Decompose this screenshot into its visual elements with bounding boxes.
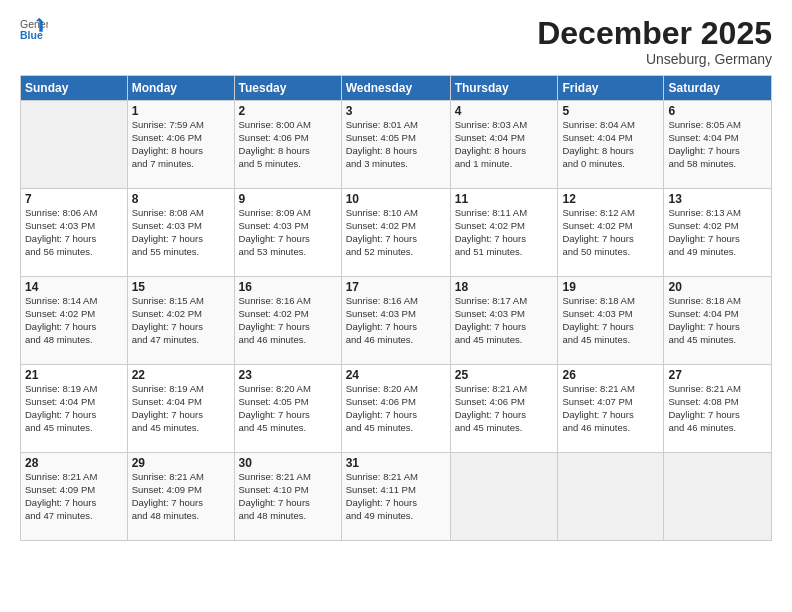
day-number: 6 bbox=[668, 104, 767, 118]
calendar-cell: 30Sunrise: 8:21 AMSunset: 4:10 PMDayligh… bbox=[234, 453, 341, 541]
day-number: 7 bbox=[25, 192, 123, 206]
day-number: 13 bbox=[668, 192, 767, 206]
day-number: 25 bbox=[455, 368, 554, 382]
day-number: 4 bbox=[455, 104, 554, 118]
day-info: Sunrise: 8:18 AMSunset: 4:03 PMDaylight:… bbox=[562, 295, 659, 346]
calendar-cell: 2Sunrise: 8:00 AMSunset: 4:06 PMDaylight… bbox=[234, 101, 341, 189]
calendar-cell: 17Sunrise: 8:16 AMSunset: 4:03 PMDayligh… bbox=[341, 277, 450, 365]
calendar-cell bbox=[450, 453, 558, 541]
day-number: 14 bbox=[25, 280, 123, 294]
day-info: Sunrise: 8:20 AMSunset: 4:05 PMDaylight:… bbox=[239, 383, 337, 434]
day-number: 1 bbox=[132, 104, 230, 118]
calendar: Sunday Monday Tuesday Wednesday Thursday… bbox=[20, 75, 772, 541]
calendar-cell: 15Sunrise: 8:15 AMSunset: 4:02 PMDayligh… bbox=[127, 277, 234, 365]
day-info: Sunrise: 8:16 AMSunset: 4:03 PMDaylight:… bbox=[346, 295, 446, 346]
calendar-cell: 20Sunrise: 8:18 AMSunset: 4:04 PMDayligh… bbox=[664, 277, 772, 365]
calendar-cell: 12Sunrise: 8:12 AMSunset: 4:02 PMDayligh… bbox=[558, 189, 664, 277]
day-number: 9 bbox=[239, 192, 337, 206]
day-number: 18 bbox=[455, 280, 554, 294]
day-info: Sunrise: 8:03 AMSunset: 4:04 PMDaylight:… bbox=[455, 119, 554, 170]
day-number: 15 bbox=[132, 280, 230, 294]
calendar-cell bbox=[664, 453, 772, 541]
day-info: Sunrise: 8:04 AMSunset: 4:04 PMDaylight:… bbox=[562, 119, 659, 170]
day-number: 28 bbox=[25, 456, 123, 470]
month-title: December 2025 bbox=[537, 16, 772, 51]
calendar-cell: 3Sunrise: 8:01 AMSunset: 4:05 PMDaylight… bbox=[341, 101, 450, 189]
day-info: Sunrise: 8:19 AMSunset: 4:04 PMDaylight:… bbox=[132, 383, 230, 434]
day-info: Sunrise: 8:08 AMSunset: 4:03 PMDaylight:… bbox=[132, 207, 230, 258]
calendar-cell: 10Sunrise: 8:10 AMSunset: 4:02 PMDayligh… bbox=[341, 189, 450, 277]
calendar-cell: 26Sunrise: 8:21 AMSunset: 4:07 PMDayligh… bbox=[558, 365, 664, 453]
day-info: Sunrise: 8:18 AMSunset: 4:04 PMDaylight:… bbox=[668, 295, 767, 346]
calendar-cell: 7Sunrise: 8:06 AMSunset: 4:03 PMDaylight… bbox=[21, 189, 128, 277]
subtitle: Unseburg, Germany bbox=[537, 51, 772, 67]
day-number: 21 bbox=[25, 368, 123, 382]
day-info: Sunrise: 8:06 AMSunset: 4:03 PMDaylight:… bbox=[25, 207, 123, 258]
title-area: December 2025 Unseburg, Germany bbox=[537, 16, 772, 67]
col-thursday: Thursday bbox=[450, 76, 558, 101]
calendar-week-4: 21Sunrise: 8:19 AMSunset: 4:04 PMDayligh… bbox=[21, 365, 772, 453]
header: General Blue December 2025 Unseburg, Ger… bbox=[20, 16, 772, 67]
day-info: Sunrise: 8:21 AMSunset: 4:10 PMDaylight:… bbox=[239, 471, 337, 522]
calendar-cell: 28Sunrise: 8:21 AMSunset: 4:09 PMDayligh… bbox=[21, 453, 128, 541]
day-info: Sunrise: 8:17 AMSunset: 4:03 PMDaylight:… bbox=[455, 295, 554, 346]
calendar-cell bbox=[21, 101, 128, 189]
day-number: 30 bbox=[239, 456, 337, 470]
day-info: Sunrise: 8:16 AMSunset: 4:02 PMDaylight:… bbox=[239, 295, 337, 346]
day-number: 22 bbox=[132, 368, 230, 382]
calendar-cell: 24Sunrise: 8:20 AMSunset: 4:06 PMDayligh… bbox=[341, 365, 450, 453]
col-sunday: Sunday bbox=[21, 76, 128, 101]
day-info: Sunrise: 8:12 AMSunset: 4:02 PMDaylight:… bbox=[562, 207, 659, 258]
day-number: 3 bbox=[346, 104, 446, 118]
calendar-cell: 21Sunrise: 8:19 AMSunset: 4:04 PMDayligh… bbox=[21, 365, 128, 453]
col-friday: Friday bbox=[558, 76, 664, 101]
calendar-cell: 13Sunrise: 8:13 AMSunset: 4:02 PMDayligh… bbox=[664, 189, 772, 277]
day-number: 24 bbox=[346, 368, 446, 382]
calendar-week-5: 28Sunrise: 8:21 AMSunset: 4:09 PMDayligh… bbox=[21, 453, 772, 541]
day-info: Sunrise: 8:14 AMSunset: 4:02 PMDaylight:… bbox=[25, 295, 123, 346]
calendar-cell: 1Sunrise: 7:59 AMSunset: 4:06 PMDaylight… bbox=[127, 101, 234, 189]
calendar-cell: 18Sunrise: 8:17 AMSunset: 4:03 PMDayligh… bbox=[450, 277, 558, 365]
calendar-cell: 8Sunrise: 8:08 AMSunset: 4:03 PMDaylight… bbox=[127, 189, 234, 277]
day-number: 11 bbox=[455, 192, 554, 206]
logo-icon: General Blue bbox=[20, 16, 48, 44]
logo: General Blue bbox=[20, 16, 48, 44]
day-number: 17 bbox=[346, 280, 446, 294]
day-number: 2 bbox=[239, 104, 337, 118]
calendar-week-3: 14Sunrise: 8:14 AMSunset: 4:02 PMDayligh… bbox=[21, 277, 772, 365]
calendar-cell: 6Sunrise: 8:05 AMSunset: 4:04 PMDaylight… bbox=[664, 101, 772, 189]
calendar-header-row: Sunday Monday Tuesday Wednesday Thursday… bbox=[21, 76, 772, 101]
day-info: Sunrise: 8:21 AMSunset: 4:11 PMDaylight:… bbox=[346, 471, 446, 522]
calendar-week-2: 7Sunrise: 8:06 AMSunset: 4:03 PMDaylight… bbox=[21, 189, 772, 277]
calendar-cell: 29Sunrise: 8:21 AMSunset: 4:09 PMDayligh… bbox=[127, 453, 234, 541]
day-info: Sunrise: 8:21 AMSunset: 4:09 PMDaylight:… bbox=[132, 471, 230, 522]
calendar-cell: 5Sunrise: 8:04 AMSunset: 4:04 PMDaylight… bbox=[558, 101, 664, 189]
calendar-week-1: 1Sunrise: 7:59 AMSunset: 4:06 PMDaylight… bbox=[21, 101, 772, 189]
calendar-cell: 16Sunrise: 8:16 AMSunset: 4:02 PMDayligh… bbox=[234, 277, 341, 365]
day-number: 8 bbox=[132, 192, 230, 206]
page: General Blue December 2025 Unseburg, Ger… bbox=[0, 0, 792, 612]
calendar-cell: 19Sunrise: 8:18 AMSunset: 4:03 PMDayligh… bbox=[558, 277, 664, 365]
day-info: Sunrise: 8:11 AMSunset: 4:02 PMDaylight:… bbox=[455, 207, 554, 258]
day-info: Sunrise: 8:20 AMSunset: 4:06 PMDaylight:… bbox=[346, 383, 446, 434]
day-info: Sunrise: 8:09 AMSunset: 4:03 PMDaylight:… bbox=[239, 207, 337, 258]
day-info: Sunrise: 8:05 AMSunset: 4:04 PMDaylight:… bbox=[668, 119, 767, 170]
day-info: Sunrise: 8:01 AMSunset: 4:05 PMDaylight:… bbox=[346, 119, 446, 170]
day-info: Sunrise: 8:21 AMSunset: 4:09 PMDaylight:… bbox=[25, 471, 123, 522]
day-number: 26 bbox=[562, 368, 659, 382]
day-number: 20 bbox=[668, 280, 767, 294]
day-number: 12 bbox=[562, 192, 659, 206]
col-monday: Monday bbox=[127, 76, 234, 101]
day-number: 10 bbox=[346, 192, 446, 206]
col-saturday: Saturday bbox=[664, 76, 772, 101]
day-number: 23 bbox=[239, 368, 337, 382]
calendar-cell: 31Sunrise: 8:21 AMSunset: 4:11 PMDayligh… bbox=[341, 453, 450, 541]
day-info: Sunrise: 8:21 AMSunset: 4:07 PMDaylight:… bbox=[562, 383, 659, 434]
col-wednesday: Wednesday bbox=[341, 76, 450, 101]
day-number: 31 bbox=[346, 456, 446, 470]
day-info: Sunrise: 8:00 AMSunset: 4:06 PMDaylight:… bbox=[239, 119, 337, 170]
calendar-cell: 23Sunrise: 8:20 AMSunset: 4:05 PMDayligh… bbox=[234, 365, 341, 453]
calendar-cell: 11Sunrise: 8:11 AMSunset: 4:02 PMDayligh… bbox=[450, 189, 558, 277]
day-info: Sunrise: 8:13 AMSunset: 4:02 PMDaylight:… bbox=[668, 207, 767, 258]
calendar-cell: 22Sunrise: 8:19 AMSunset: 4:04 PMDayligh… bbox=[127, 365, 234, 453]
